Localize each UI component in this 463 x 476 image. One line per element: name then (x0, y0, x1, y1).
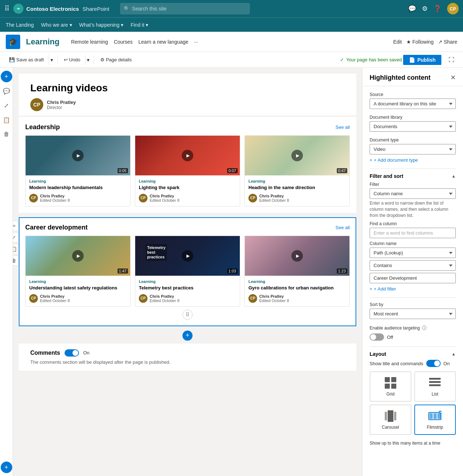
brand-logo[interactable]: Contoso Electronics (13, 4, 79, 14)
delete-icon[interactable]: 🗑 (1, 128, 12, 140)
layout-section: Layout ▲ Show title and commands On (370, 351, 456, 435)
edit-section-button[interactable]: ✏ (13, 221, 19, 231)
video-card[interactable]: 1:23 Learning Gyro calibrations for urba… (244, 236, 350, 307)
svg-rect-7 (429, 384, 441, 386)
copy-icon[interactable]: 📋 (1, 114, 12, 126)
save-draft-dropdown[interactable]: ▾ (49, 55, 54, 65)
publish-button[interactable]: 📄 Publish (403, 55, 441, 65)
copy-section-button[interactable]: 📋 (13, 244, 19, 254)
play-button[interactable] (72, 150, 84, 161)
search-bar[interactable]: 🔍 (120, 3, 250, 14)
play-button[interactable] (182, 250, 193, 262)
drag-handle-icon[interactable]: ⠿ (182, 310, 193, 320)
author-name-small: Chris Pratley (259, 194, 289, 198)
star-icon: ★ (406, 39, 411, 45)
expand-button[interactable]: ⛶ (446, 55, 457, 65)
video-card[interactable]: 0:05 Learning Modern leadership fundamen… (25, 135, 131, 206)
save-draft-button[interactable]: 💾 Save as draft (6, 55, 47, 64)
doc-type-select[interactable]: Video (370, 144, 456, 154)
find-column-label: Find a column (370, 221, 456, 226)
move-section-button[interactable]: ⤢ (13, 232, 19, 243)
page-nav-item-remote[interactable]: Remote learning (71, 39, 108, 45)
layout-option-list[interactable]: List (414, 371, 456, 402)
undo-button[interactable]: ↩ Undo (61, 55, 84, 64)
play-button[interactable] (291, 250, 303, 262)
add-section-bottom: + (19, 331, 356, 341)
play-button[interactable] (291, 150, 303, 161)
condition-select[interactable]: Contains (370, 260, 456, 271)
page-nav-more-icon[interactable]: ··· (194, 39, 198, 45)
sitenav-item-findit[interactable]: Find it ▾ (131, 22, 148, 28)
video-card[interactable]: 1:03 Telemetrybestpractices Learning Tel… (135, 236, 240, 307)
author-name-small: Chris Pratley (150, 294, 180, 298)
panel-close-button[interactable]: ✕ (450, 74, 456, 82)
play-button[interactable] (72, 250, 84, 262)
following-button[interactable]: ★ Following (406, 39, 434, 45)
filter-sort-chevron[interactable]: ▲ (451, 174, 456, 179)
find-column-input[interactable] (370, 228, 456, 238)
show-title-toggle[interactable] (426, 360, 441, 367)
comment-icon[interactable]: 💬 (1, 85, 12, 97)
sort-by-select[interactable]: Most recent (370, 309, 456, 319)
filter-value-input[interactable] (370, 273, 456, 283)
search-icon: 🔍 (124, 6, 130, 12)
filter-select[interactable]: Column name (370, 188, 456, 199)
settings-icon[interactable]: ⚙ (422, 5, 428, 13)
video-author: CP Chris Pratley Edited October 8 (248, 294, 346, 303)
audience-toggle[interactable] (370, 333, 384, 341)
doc-library-select[interactable]: Documents (370, 121, 456, 132)
video-card[interactable]: 0:47 Learning Heading in the same direct… (244, 135, 350, 206)
column-name-select[interactable]: Path (Lookup) (370, 248, 456, 258)
video-thumbnail: 0:07 (135, 136, 240, 175)
saved-text: Your page has been saved (346, 57, 402, 62)
undo-dropdown[interactable]: ▾ (85, 55, 91, 65)
add-filter-button[interactable]: + + Add filter (370, 286, 456, 292)
avatar[interactable]: CP (447, 3, 459, 14)
sitenav-item-who[interactable]: Who we are ▾ (41, 22, 72, 28)
video-title: Understanding latest safety regulations (29, 285, 127, 291)
video-card[interactable]: 0:07 Learning Lighting the spark CP Chri… (135, 135, 240, 206)
move-icon[interactable]: ⤢ (1, 100, 12, 111)
chat-icon[interactable]: 💬 (408, 5, 416, 13)
toggle-knob (370, 334, 376, 340)
video-thumbnail: 0:47 (245, 136, 349, 175)
comments-toggle[interactable] (65, 349, 79, 357)
svg-rect-4 (391, 384, 396, 389)
layout-option-grid[interactable]: Grid (370, 371, 411, 402)
add-doc-type-button[interactable]: + + Add document type (370, 157, 456, 163)
layout-option-carousel[interactable]: Carousel (370, 405, 411, 435)
see-all-link[interactable]: See all (335, 125, 350, 130)
search-input[interactable] (132, 6, 246, 12)
video-card[interactable]: 1:47 Learning Understanding latest safet… (25, 236, 131, 307)
comments-section: Comments On The comments section will be… (19, 344, 356, 371)
add-section-button[interactable]: + (182, 331, 193, 341)
delete-section-button[interactable]: 🗑 (13, 256, 19, 266)
page-nav-item-language[interactable]: Learn a new language (138, 39, 189, 45)
section-drag-handle[interactable]: ⠿ (25, 310, 350, 320)
add-section-top-button[interactable]: + (1, 71, 12, 82)
gear-icon: ⚙ (100, 57, 105, 62)
share-button[interactable]: ↗ Share (438, 39, 457, 45)
author-info: CP Chris Pratley Director (30, 98, 345, 111)
page-nav-item-courses[interactable]: Courses (114, 39, 133, 45)
video-thumbnail: 1:23 (245, 236, 349, 276)
edit-button[interactable]: Edit (393, 39, 402, 45)
layout-option-filmstrip[interactable]: Filmstrip (414, 405, 456, 435)
page-hero: Learning videos CP Chris Pratley Directo… (19, 74, 356, 115)
add-section-bottom-button[interactable]: + (1, 462, 12, 473)
sitenav-item-happening[interactable]: What's happening ▾ (79, 22, 124, 28)
svg-rect-15 (433, 413, 437, 419)
video-duration: 1:03 (227, 268, 238, 274)
help-icon[interactable]: ❓ (433, 5, 441, 13)
source-select[interactable]: A document library on this site (370, 99, 456, 109)
show-title-state: On (444, 361, 450, 366)
sitenav-item-landing[interactable]: The Landing (6, 22, 34, 28)
sort-by-label: Sort by (370, 302, 456, 307)
edit-toolbar: 💾 Save as draft ▾ ↩ Undo ▾ ⚙ Page detail… (0, 52, 463, 68)
app-launcher-icon[interactable]: ⠿ (4, 4, 10, 13)
play-button[interactable] (182, 150, 193, 161)
layout-chevron[interactable]: ▲ (451, 351, 456, 357)
doc-type-label: Document type (370, 137, 456, 143)
page-details-button[interactable]: ⚙ Page details (97, 55, 135, 64)
see-all-link-career[interactable]: See all (335, 225, 350, 230)
